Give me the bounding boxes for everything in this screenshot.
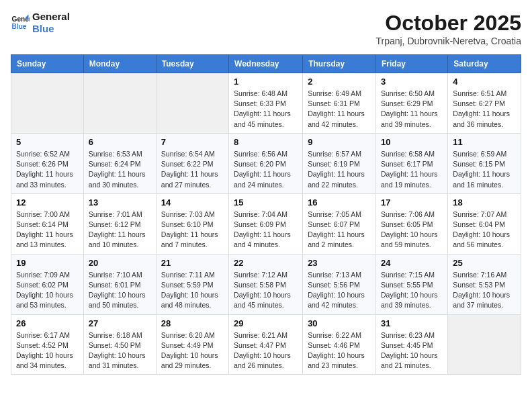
calendar-cell: 22Sunrise: 7:12 AM Sunset: 5:58 PM Dayli… <box>229 254 303 314</box>
day-number: 8 <box>234 137 298 147</box>
day-info: Sunrise: 6:58 AM Sunset: 6:17 PM Dayligh… <box>381 149 443 190</box>
page-header: General Blue General Blue October 2025 T… <box>11 11 521 46</box>
calendar-cell <box>156 73 228 134</box>
day-number: 15 <box>234 197 298 208</box>
day-info: Sunrise: 7:04 AM Sunset: 6:09 PM Dayligh… <box>234 210 298 250</box>
calendar-cell: 30Sunrise: 6:22 AM Sunset: 4:46 PM Dayli… <box>303 314 376 375</box>
week-row-5: 26Sunrise: 6:17 AM Sunset: 4:52 PM Dayli… <box>11 314 521 375</box>
day-number: 30 <box>308 318 371 328</box>
day-number: 11 <box>453 137 516 147</box>
day-number: 13 <box>89 197 151 208</box>
day-number: 5 <box>16 137 79 147</box>
calendar-cell <box>83 73 156 134</box>
day-number: 26 <box>16 318 79 328</box>
day-info: Sunrise: 7:06 AM Sunset: 6:05 PM Dayligh… <box>381 210 443 250</box>
calendar-cell <box>11 73 84 134</box>
day-number: 25 <box>453 258 516 268</box>
calendar-cell: 11Sunrise: 6:59 AM Sunset: 6:15 PM Dayli… <box>448 133 521 193</box>
day-info: Sunrise: 7:11 AM Sunset: 5:59 PM Dayligh… <box>161 270 224 311</box>
calendar-cell: 21Sunrise: 7:11 AM Sunset: 5:59 PM Dayli… <box>156 254 228 314</box>
col-header-thursday: Thursday <box>303 55 376 73</box>
day-info: Sunrise: 6:56 AM Sunset: 6:20 PM Dayligh… <box>234 149 298 190</box>
calendar-cell: 20Sunrise: 7:10 AM Sunset: 6:01 PM Dayli… <box>83 254 156 314</box>
day-number: 2 <box>308 77 371 87</box>
day-info: Sunrise: 7:10 AM Sunset: 6:01 PM Dayligh… <box>89 270 151 311</box>
calendar-cell: 5Sunrise: 6:52 AM Sunset: 6:26 PM Daylig… <box>11 133 84 193</box>
calendar-cell: 7Sunrise: 6:54 AM Sunset: 6:22 PM Daylig… <box>156 133 228 193</box>
day-number: 3 <box>381 77 443 87</box>
week-row-1: 1Sunrise: 6:48 AM Sunset: 6:33 PM Daylig… <box>11 73 521 134</box>
calendar-cell: 9Sunrise: 6:57 AM Sunset: 6:19 PM Daylig… <box>303 133 376 193</box>
day-number: 24 <box>381 258 443 268</box>
day-info: Sunrise: 6:54 AM Sunset: 6:22 PM Dayligh… <box>161 149 224 190</box>
calendar-cell: 1Sunrise: 6:48 AM Sunset: 6:33 PM Daylig… <box>229 73 303 134</box>
day-number: 23 <box>308 258 371 268</box>
logo: General Blue General Blue <box>11 11 70 35</box>
col-header-wednesday: Wednesday <box>229 55 303 73</box>
day-number: 29 <box>234 318 298 328</box>
day-info: Sunrise: 6:48 AM Sunset: 6:33 PM Dayligh… <box>234 89 298 130</box>
day-info: Sunrise: 6:21 AM Sunset: 4:47 PM Dayligh… <box>234 330 298 371</box>
calendar-cell: 25Sunrise: 7:16 AM Sunset: 5:53 PM Dayli… <box>448 254 521 314</box>
day-number: 22 <box>234 258 298 268</box>
calendar-cell: 4Sunrise: 6:51 AM Sunset: 6:27 PM Daylig… <box>448 73 521 134</box>
day-info: Sunrise: 6:20 AM Sunset: 4:49 PM Dayligh… <box>161 330 224 371</box>
logo-line2: Blue <box>32 23 70 35</box>
calendar-header-row: SundayMondayTuesdayWednesdayThursdayFrid… <box>11 55 521 73</box>
day-info: Sunrise: 6:49 AM Sunset: 6:31 PM Dayligh… <box>308 89 371 130</box>
day-info: Sunrise: 7:15 AM Sunset: 5:55 PM Dayligh… <box>381 270 443 311</box>
logo-icon: General Blue <box>11 13 30 32</box>
day-info: Sunrise: 7:00 AM Sunset: 6:14 PM Dayligh… <box>16 210 79 250</box>
calendar-cell: 31Sunrise: 6:23 AM Sunset: 4:45 PM Dayli… <box>375 314 447 375</box>
calendar-cell: 27Sunrise: 6:18 AM Sunset: 4:50 PM Dayli… <box>83 314 156 375</box>
day-number: 31 <box>381 318 443 328</box>
col-header-monday: Monday <box>83 55 156 73</box>
day-number: 4 <box>453 77 516 87</box>
calendar-cell: 24Sunrise: 7:15 AM Sunset: 5:55 PM Dayli… <box>375 254 447 314</box>
calendar-cell: 16Sunrise: 7:05 AM Sunset: 6:07 PM Dayli… <box>303 193 376 254</box>
day-number: 28 <box>161 318 224 328</box>
day-info: Sunrise: 6:57 AM Sunset: 6:19 PM Dayligh… <box>308 149 371 190</box>
day-info: Sunrise: 6:18 AM Sunset: 4:50 PM Dayligh… <box>89 330 151 371</box>
day-info: Sunrise: 7:13 AM Sunset: 5:56 PM Dayligh… <box>308 270 371 311</box>
day-info: Sunrise: 6:22 AM Sunset: 4:46 PM Dayligh… <box>308 330 371 371</box>
calendar-cell <box>448 314 521 375</box>
day-number: 16 <box>308 197 371 208</box>
calendar-cell: 13Sunrise: 7:01 AM Sunset: 6:12 PM Dayli… <box>83 193 156 254</box>
day-info: Sunrise: 7:03 AM Sunset: 6:10 PM Dayligh… <box>161 210 224 250</box>
day-number: 19 <box>16 258 79 268</box>
week-row-4: 19Sunrise: 7:09 AM Sunset: 6:02 PM Dayli… <box>11 254 521 314</box>
calendar-cell: 8Sunrise: 6:56 AM Sunset: 6:20 PM Daylig… <box>229 133 303 193</box>
calendar-cell: 29Sunrise: 6:21 AM Sunset: 4:47 PM Dayli… <box>229 314 303 375</box>
day-info: Sunrise: 6:51 AM Sunset: 6:27 PM Dayligh… <box>453 89 516 130</box>
col-header-tuesday: Tuesday <box>156 55 228 73</box>
calendar-cell: 10Sunrise: 6:58 AM Sunset: 6:17 PM Dayli… <box>375 133 447 193</box>
day-number: 6 <box>89 137 151 147</box>
calendar-cell: 15Sunrise: 7:04 AM Sunset: 6:09 PM Dayli… <box>229 193 303 254</box>
calendar-cell: 14Sunrise: 7:03 AM Sunset: 6:10 PM Dayli… <box>156 193 228 254</box>
col-header-friday: Friday <box>375 55 447 73</box>
week-row-3: 12Sunrise: 7:00 AM Sunset: 6:14 PM Dayli… <box>11 193 521 254</box>
title-block: October 2025 Trpanj, Dubrovnik-Neretva, … <box>375 11 521 46</box>
calendar-cell: 3Sunrise: 6:50 AM Sunset: 6:29 PM Daylig… <box>375 73 447 134</box>
location-subtitle: Trpanj, Dubrovnik-Neretva, Croatia <box>375 36 521 46</box>
day-info: Sunrise: 7:07 AM Sunset: 6:04 PM Dayligh… <box>453 210 516 250</box>
day-info: Sunrise: 7:16 AM Sunset: 5:53 PM Dayligh… <box>453 270 516 311</box>
calendar-cell: 23Sunrise: 7:13 AM Sunset: 5:56 PM Dayli… <box>303 254 376 314</box>
col-header-saturday: Saturday <box>448 55 521 73</box>
calendar-cell: 12Sunrise: 7:00 AM Sunset: 6:14 PM Dayli… <box>11 193 84 254</box>
calendar-table: SundayMondayTuesdayWednesdayThursdayFrid… <box>11 54 521 375</box>
day-number: 1 <box>234 77 298 87</box>
calendar-cell: 28Sunrise: 6:20 AM Sunset: 4:49 PM Dayli… <box>156 314 228 375</box>
calendar-cell: 2Sunrise: 6:49 AM Sunset: 6:31 PM Daylig… <box>303 73 376 134</box>
calendar-cell: 17Sunrise: 7:06 AM Sunset: 6:05 PM Dayli… <box>375 193 447 254</box>
day-number: 10 <box>381 137 443 147</box>
day-info: Sunrise: 6:59 AM Sunset: 6:15 PM Dayligh… <box>453 149 516 190</box>
day-info: Sunrise: 6:23 AM Sunset: 4:45 PM Dayligh… <box>381 330 443 371</box>
day-info: Sunrise: 7:12 AM Sunset: 5:58 PM Dayligh… <box>234 270 298 311</box>
week-row-2: 5Sunrise: 6:52 AM Sunset: 6:26 PM Daylig… <box>11 133 521 193</box>
calendar-cell: 6Sunrise: 6:53 AM Sunset: 6:24 PM Daylig… <box>83 133 156 193</box>
svg-text:Blue: Blue <box>12 23 27 30</box>
day-number: 14 <box>161 197 224 208</box>
logo-line1: General <box>32 11 70 23</box>
